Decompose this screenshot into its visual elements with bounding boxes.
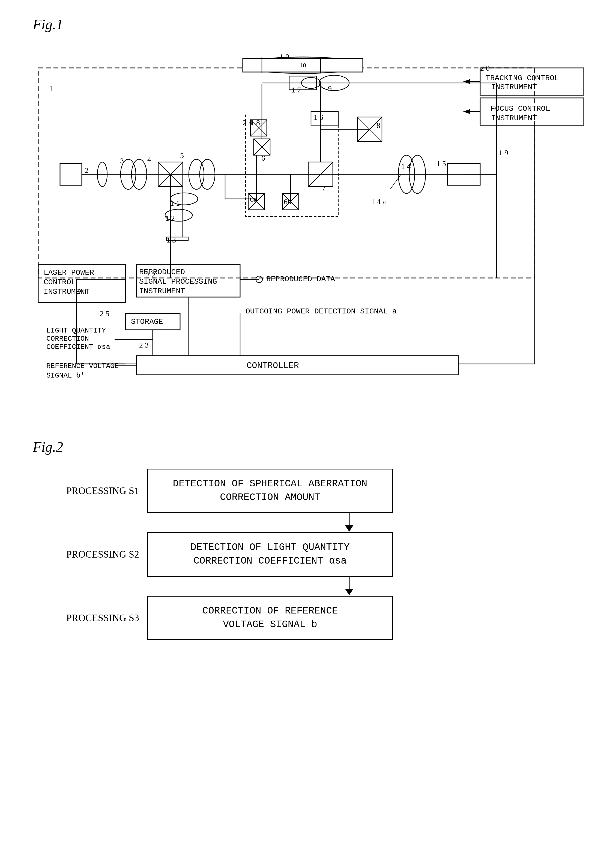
svg-text:CONTROL: CONTROL [44, 278, 76, 286]
svg-text:FOCUS CONTROL: FOCUS CONTROL [490, 104, 550, 113]
label-23: 2 3 [139, 341, 149, 349]
svg-text:STORAGE: STORAGE [131, 317, 163, 326]
fig2-flowchart: PROCESSING S1 DETECTION OF SPHERICAL ABE… [60, 469, 551, 640]
label-5: 5 [180, 151, 184, 160]
svg-text:INSTRUMENT: INSTRUMENT [491, 114, 537, 122]
svg-marker-111 [345, 589, 353, 595]
process-s3-label: PROCESSING S3 [60, 612, 147, 623]
svg-text:INSTRUMENT: INSTRUMENT [44, 287, 90, 296]
svg-text:OUTGOING POWER DETECTION SIGNA: OUTGOING POWER DETECTION SIGNAL a [245, 307, 397, 316]
flow-arrow-1 [147, 513, 551, 532]
flow-arrow-2 [147, 577, 551, 596]
label-14a: 1 4 a [371, 198, 386, 206]
label-9: 9 [328, 84, 332, 93]
process-s3-text: CORRECTION OF REFERENCEVOLTAGE SIGNAL b [203, 605, 338, 630]
label-3: 3 [120, 157, 124, 165]
fig2-section: Fig.2 PROCESSING S1 DETECTION OF SPHERIC… [22, 439, 594, 640]
label-25: 2 5 [100, 309, 109, 318]
label-2: 2 [85, 166, 88, 174]
svg-text:INSTRUMENT: INSTRUMENT [491, 83, 537, 91]
svg-text:REPRODUCED DATA: REPRODUCED DATA [266, 275, 335, 283]
svg-text:TRACKING CONTROL: TRACKING CONTROL [486, 74, 559, 82]
svg-line-107 [390, 174, 401, 189]
svg-text:REPRODUCED: REPRODUCED [139, 268, 185, 276]
flow-row-s3: PROCESSING S3 CORRECTION OF REFERENCEVOL… [60, 596, 551, 640]
process-s1-label: PROCESSING S1 [60, 485, 147, 496]
svg-text:CORRECTION: CORRECTION [46, 335, 89, 343]
label-10: 1 0 [280, 52, 289, 61]
fig1-diagram: 10 1 2 3 4 5 6 6a 6b 7 8 9 1 0 1 1 1 2 1… [22, 41, 595, 417]
process-s1-text: DETECTION OF SPHERICAL ABERRATIONCORRECT… [173, 478, 368, 503]
process-s2-text: DETECTION OF LIGHT QUANTITYCORRECTION CO… [190, 542, 349, 567]
svg-text:REFERENCE  VOLTAGE: REFERENCE VOLTAGE [46, 362, 119, 370]
label-7: 7 [322, 184, 326, 192]
flow-row-s1: PROCESSING S1 DETECTION OF SPHERICAL ABE… [60, 469, 551, 513]
page: Fig.1 10 1 2 3 4 5 6 6a 6b 7 8 9 1 0 1 1… [0, 0, 616, 862]
label-8: 8 [377, 121, 380, 130]
svg-marker-109 [345, 525, 353, 532]
svg-rect-0 [38, 68, 535, 278]
process-s2-label: PROCESSING S2 [60, 549, 147, 560]
process-s2-box: DETECTION OF LIGHT QUANTITYCORRECTION CO… [147, 532, 393, 577]
svg-text:COEFFICIENT  αsa: COEFFICIENT αsa [46, 343, 110, 351]
svg-text:LASER  POWER: LASER POWER [44, 268, 94, 277]
svg-text:10: 10 [300, 62, 306, 69]
svg-text:SIGNAL PROCESSING: SIGNAL PROCESSING [139, 278, 217, 286]
label-4: 4 [147, 155, 151, 164]
label-1: 1 [49, 84, 53, 93]
svg-rect-4 [60, 163, 82, 185]
label-19: 1 9 [499, 148, 508, 157]
label-15: 1 5 [437, 159, 446, 168]
flow-row-s2: PROCESSING S2 DETECTION OF LIGHT QUANTIT… [60, 532, 551, 577]
fig2-title: Fig.2 [33, 439, 594, 455]
fig1-title: Fig.1 [33, 16, 594, 33]
label-16: 1 6 [314, 113, 323, 121]
process-s1-box: DETECTION OF SPHERICAL ABERRATIONCORRECT… [147, 469, 393, 513]
svg-text:CONTROLLER: CONTROLLER [247, 361, 299, 371]
svg-text:INSTRUMENT: INSTRUMENT [139, 287, 185, 295]
svg-text:SIGNAL  b': SIGNAL b' [46, 372, 85, 380]
process-s3-box: CORRECTION OF REFERENCEVOLTAGE SIGNAL b [147, 596, 393, 640]
